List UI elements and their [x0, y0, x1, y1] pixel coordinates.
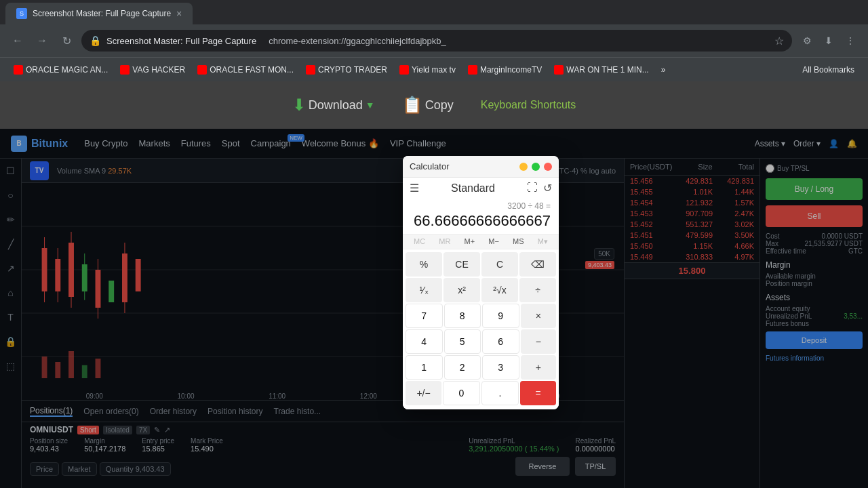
calculator-memory-row: MC MR M+ M− MS M▾	[403, 234, 559, 249]
calc-row-5: 1 2 3 +	[406, 355, 556, 380]
bookmark-vag-hacker[interactable]: VAG HACKER	[115, 62, 191, 77]
address-text: Screenshot Master: Full Page Capture chr…	[106, 36, 769, 46]
bookmark-more[interactable]: »	[656, 62, 671, 77]
calc-mdown-button[interactable]: M▾	[535, 236, 551, 247]
copy-icon: 📋	[402, 96, 422, 115]
bookmark-label: WAR ON THE 1 MIN...	[566, 65, 648, 75]
address-bar[interactable]: 🔒 Screenshot Master: Full Page Capture c…	[81, 30, 792, 52]
calculator-display: 3200 ÷ 48 = 66.66666666666667	[403, 199, 559, 234]
bookmark-crypto-trader[interactable]: CRYPTO TRADER	[300, 62, 393, 77]
calc-mr-button[interactable]: MR	[436, 236, 453, 247]
zero-button[interactable]: 0	[443, 381, 480, 405]
bookmark-favicon	[468, 65, 477, 75]
bookmark-label: ORACLE FAST MON...	[210, 65, 294, 75]
keyboard-shortcuts-label: Keyboard Shortcuts	[481, 99, 576, 111]
calc-mplus-button[interactable]: M+	[462, 236, 478, 247]
calc-mminus-button[interactable]: M−	[486, 236, 502, 247]
calc-expand-icon[interactable]: ⛶	[527, 182, 538, 195]
decimal-button[interactable]: .	[481, 381, 519, 405]
subtract-button[interactable]: −	[521, 329, 557, 354]
bookmark-yield-max[interactable]: Yield max tv	[394, 62, 461, 77]
address-url: chrome-extension://ggacghlcchiiejclfdajb…	[269, 36, 446, 46]
add-button[interactable]: +	[521, 355, 557, 380]
calculator-title: Calculator	[410, 161, 450, 171]
bookmark-all-bookmarks[interactable]: All Bookmarks	[797, 62, 860, 77]
calc-ms-button[interactable]: MS	[510, 236, 527, 247]
tab-close-button[interactable]: ×	[176, 8, 182, 19]
calc-row-4: 4 5 6 −	[406, 329, 556, 354]
bookmark-label: VAG HACKER	[132, 65, 185, 75]
two-button[interactable]: 2	[444, 355, 481, 380]
keyboard-shortcuts-button[interactable]: Keyboard Shortcuts	[481, 99, 576, 111]
tab-title: Screenshot Master: Full Page Capture	[33, 9, 171, 18]
forward-button[interactable]: →	[33, 31, 52, 50]
bookmark-war[interactable]: WAR ON THE 1 MIN...	[549, 62, 654, 77]
divide-button[interactable]: ÷	[519, 278, 556, 302]
calc-close-button[interactable]	[544, 163, 552, 171]
calc-window-buttons	[519, 163, 552, 171]
three-button[interactable]: 3	[482, 355, 519, 380]
download-button[interactable]: ⬇	[819, 31, 838, 50]
active-tab[interactable]: S Screenshot Master: Full Page Capture ×	[5, 3, 193, 24]
calc-minimize-button[interactable]	[519, 163, 528, 171]
bookmark-oracle-magic[interactable]: ORACLE MAGIC AN...	[8, 62, 113, 77]
bookmark-favicon	[306, 65, 315, 75]
six-button[interactable]: 6	[482, 329, 519, 354]
bookmark-label: CRYPTO TRADER	[318, 65, 387, 75]
screenshot-toolbar: ⬇ Download ▼ 📋 Copy Keyboard Shortcuts	[0, 81, 868, 129]
calc-row-1: % CE C ⌫	[406, 252, 556, 277]
copy-label: Copy	[425, 98, 454, 113]
calc-row-6: +/− 0 . =	[406, 381, 556, 405]
five-button[interactable]: 5	[444, 329, 481, 354]
browser-tab-bar: S Screenshot Master: Full Page Capture ×	[0, 0, 868, 24]
calc-maximize-button[interactable]	[532, 163, 540, 171]
bookmark-margin-income[interactable]: MarginIncomeTV	[462, 62, 547, 77]
calc-result: 66.66666666666667	[411, 212, 551, 230]
eight-button[interactable]: 8	[444, 304, 481, 328]
copy-button[interactable]: 📋 Copy	[402, 96, 454, 115]
clear-button[interactable]: C	[481, 252, 518, 277]
percent-button[interactable]: %	[406, 252, 442, 277]
back-button[interactable]: ←	[8, 31, 27, 50]
bookmark-favicon	[120, 65, 130, 75]
equals-button[interactable]: =	[520, 381, 556, 405]
page-secure-icon: 🔒	[90, 35, 101, 46]
bookmark-oracle-fast[interactable]: ORACLE FAST MON...	[192, 62, 299, 77]
exchange-container: B Bitunix Buy Crypto Markets Futures Spo…	[0, 129, 868, 488]
calc-history-icon[interactable]: ↺	[543, 182, 552, 195]
backspace-button[interactable]: ⌫	[519, 252, 556, 277]
bookmark-label: ORACLE MAGIC AN...	[26, 65, 108, 75]
hamburger-menu-icon[interactable]: ☰	[410, 182, 419, 195]
bookmark-favicon	[554, 65, 564, 75]
page-content: B Bitunix Buy Crypto Markets Futures Spo…	[0, 129, 868, 488]
bookmark-label: All Bookmarks	[802, 65, 854, 75]
bookmark-label: MarginIncomeTV	[480, 65, 542, 75]
calc-row-2: ¹⁄ₓ x² ²√x ÷	[406, 278, 556, 302]
reciprocal-button[interactable]: ¹⁄ₓ	[406, 278, 442, 302]
calculator: Calculator ☰ Standard ⛶ ↺	[403, 156, 559, 409]
refresh-button[interactable]: ↻	[57, 31, 76, 50]
bookmark-favicon	[14, 65, 23, 75]
calculator-titlebar: Calculator	[403, 156, 559, 178]
square-button[interactable]: x²	[443, 278, 480, 302]
multiply-button[interactable]: ×	[521, 304, 557, 328]
calculator-mode: Standard	[451, 182, 495, 195]
calc-mc-button[interactable]: MC	[411, 236, 428, 247]
negate-button[interactable]: +/−	[406, 381, 441, 405]
four-button[interactable]: 4	[406, 329, 443, 354]
ce-button[interactable]: CE	[443, 252, 480, 277]
bookmark-label: Yield max tv	[412, 65, 456, 75]
download-button[interactable]: ⬇ Download ▼	[292, 96, 375, 115]
calculator-overlay: Calculator ☰ Standard ⛶ ↺	[0, 129, 868, 488]
seven-button[interactable]: 7	[406, 304, 443, 328]
extensions-button[interactable]: ⚙	[797, 31, 816, 50]
sqrt-button[interactable]: ²√x	[481, 278, 518, 302]
calculator-keypad: % CE C ⌫ ¹⁄ₓ x² ²√x ÷ 7 8	[403, 249, 559, 409]
bookmark-star-button[interactable]: ☆	[774, 35, 784, 47]
download-label: Download	[309, 98, 363, 113]
nine-button[interactable]: 9	[482, 304, 519, 328]
more-menu-button[interactable]: ⋮	[841, 31, 860, 50]
one-button[interactable]: 1	[406, 355, 443, 380]
dropdown-arrow-icon: ▼	[366, 100, 375, 110]
calc-expression: 3200 ÷ 48 =	[411, 201, 551, 211]
